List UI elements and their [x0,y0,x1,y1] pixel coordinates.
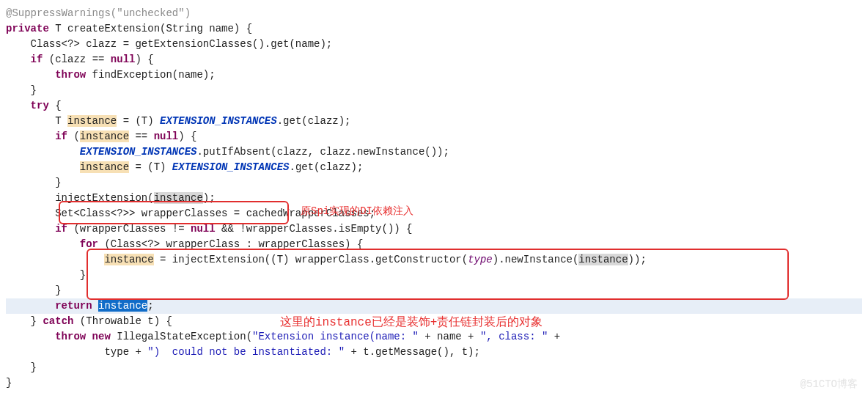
line-put-if-absent: EXTENSION_INSTANCES.putIfAbsent(clazz, c… [6,146,449,158]
line-if-instance-null: if (instance == null) { [6,131,196,142]
annotation-comment-1: 原Spi实现的DI依赖注入 [301,204,413,219]
brace-close: } [6,84,37,96]
brace-close: } [6,377,12,389]
line-inject-extension: injectExtension(instance); [6,192,216,204]
annotation-line: @SuppressWarnings("unchecked") [6,7,191,19]
line-catch: } catch (Throwable t) { [6,315,172,327]
line-instance-assign2: instance = (T) EXTENSION_INSTANCES.get(c… [6,161,363,173]
method-declaration: private T createExtension(String name) { [6,23,252,34]
brace-close: } [6,269,86,281]
line-if-clazz-null: if (clazz == null) { [6,54,154,65]
line-instance-get: T instance = (T) EXTENSION_INSTANCES.get… [6,115,351,127]
brace-close: } [6,177,62,188]
line-throw-cont: type + ") could not be instantiated: " +… [6,346,480,358]
brace-close: } [6,284,62,296]
line-return: return instance; [6,298,862,314]
line-clazz: Class<?> clazz = getExtensionClasses().g… [6,38,332,50]
annotation-comment-2: 这里的instance已经是装饰+责任链封装后的对象 [280,314,542,331]
line-for-body: instance = injectExtension((T) wrapperCl… [6,254,647,265]
line-throw-find: throw findException(name); [6,69,216,81]
brace-close: } [6,361,37,373]
line-throw-new: throw new IllegalStateException("Extensi… [6,331,560,342]
code-block: @SuppressWarnings("unchecked") private T… [6,6,862,391]
line-for: for (Class<?> wrapperClass : wrapperClas… [6,238,363,250]
line-if-wrapper: if (wrapperClasses != null && !wrapperCl… [6,223,413,235]
line-try: try { [6,100,62,111]
